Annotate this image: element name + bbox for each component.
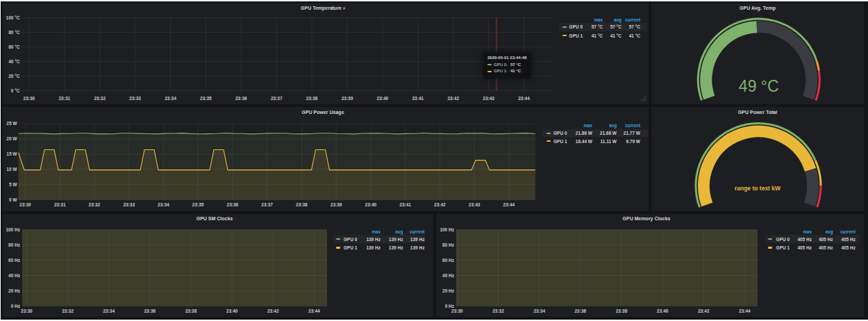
svg-text:range to text kW: range to text kW (735, 184, 781, 191)
svg-text:49 °C: 49 °C (739, 77, 779, 95)
